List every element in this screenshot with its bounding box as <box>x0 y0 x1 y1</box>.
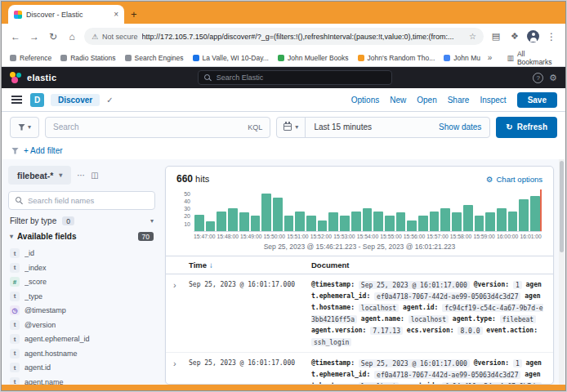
browser-tab[interactable]: Discover - Elastic × <box>8 5 124 24</box>
histogram-bar[interactable] <box>475 216 484 231</box>
field-item[interactable]: #_score <box>10 276 154 287</box>
side-panel-icon[interactable]: ▤ <box>489 31 502 42</box>
filter-by-type[interactable]: Filter by type 0 ▾ <box>8 216 155 225</box>
home-icon[interactable]: ⌂ <box>65 31 78 42</box>
index-pattern-selector[interactable]: filebeat-* ▾ <box>8 166 71 185</box>
field-item[interactable]: tagent.id <box>10 362 154 373</box>
reload-icon[interactable]: ↻ <box>47 31 60 42</box>
histogram-bar[interactable] <box>273 198 283 231</box>
histogram-bar[interactable] <box>239 212 249 231</box>
save-button[interactable]: Save <box>517 92 557 108</box>
histogram-bar[interactable] <box>373 212 383 231</box>
available-fields-header[interactable]: ▾ Available fields 70 <box>8 232 155 241</box>
field-item[interactable]: t@version <box>10 319 154 331</box>
tab-close-icon[interactable]: × <box>114 10 118 19</box>
bookmarks-overflow-icon[interactable]: » <box>488 53 493 62</box>
filter-dropdown-button[interactable]: ▾ <box>10 117 39 138</box>
topnav-link-inspect[interactable]: Inspect <box>480 96 506 105</box>
bookmark-item[interactable]: Radio Stations <box>60 54 115 62</box>
histogram-bar[interactable] <box>508 212 518 231</box>
time-column-header[interactable]: Time ↓ <box>189 261 311 270</box>
bookmark-item[interactable]: John Mueller Books <box>278 54 349 62</box>
field-search-input[interactable] <box>28 196 148 205</box>
bookmark-item[interactable]: La Valle, WI 10-Day... <box>193 54 269 62</box>
histogram-bar[interactable] <box>351 212 361 231</box>
url-text[interactable]: http://172.105.7.150/app/discover#/?_g=(… <box>142 33 465 41</box>
calendar-dropdown-button[interactable]: ▾ <box>277 118 306 137</box>
histogram-bar[interactable] <box>407 220 417 231</box>
field-item[interactable]: tagent.ephemeral_id <box>10 333 154 345</box>
new-tab-icon[interactable]: + <box>131 8 137 20</box>
hamburger-menu-icon[interactable] <box>11 99 22 100</box>
histogram-bar[interactable] <box>485 212 495 231</box>
query-language-label[interactable]: KQL <box>248 123 262 131</box>
field-item[interactable]: t_id <box>10 247 154 259</box>
bookmark-item[interactable]: Search Engines <box>125 54 184 62</box>
more-options-icon[interactable]: ⋯ <box>77 171 85 180</box>
bookmark-item[interactable]: Reference <box>10 54 51 62</box>
topnav-link-options[interactable]: Options <box>351 96 379 105</box>
forward-icon[interactable]: → <box>28 31 41 42</box>
scrollbar-thumb[interactable] <box>560 161 564 252</box>
field-item[interactable]: tagent.hostname <box>10 348 154 359</box>
query-input[interactable] <box>53 122 243 131</box>
topnav-link-share[interactable]: Share <box>448 96 470 105</box>
histogram-bar[interactable] <box>217 212 226 231</box>
histogram-bar[interactable] <box>261 194 271 231</box>
histogram-bar[interactable] <box>385 216 395 231</box>
histogram-bar[interactable] <box>418 216 428 231</box>
histogram-bar[interactable] <box>396 212 406 231</box>
field-item[interactable]: t_type <box>10 291 154 302</box>
expand-row-icon[interactable]: › <box>173 358 189 384</box>
elastic-logo[interactable] <box>10 72 21 83</box>
histogram-bar[interactable] <box>284 216 294 231</box>
histogram-bar[interactable] <box>251 216 261 231</box>
profile-avatar[interactable] <box>527 30 539 42</box>
histogram-bar[interactable] <box>228 208 238 231</box>
table-row[interactable]: ›Sep 25, 2023 @ 16:01:17.000@timestamp: … <box>166 353 553 384</box>
histogram-bar[interactable] <box>430 212 440 231</box>
bookmark-item[interactable]: John's Random Tho... <box>358 54 435 62</box>
table-row[interactable]: ›Sep 25, 2023 @ 16:01:17.000@timestamp: … <box>166 274 553 353</box>
field-item[interactable]: t_index <box>10 262 154 274</box>
field-item[interactable]: tagent.name <box>10 376 154 385</box>
page-scrollbar[interactable] <box>559 159 565 385</box>
extensions-icon[interactable]: ❖ <box>508 31 521 42</box>
breadcrumb[interactable]: Discover <box>51 94 100 106</box>
histogram-bar[interactable] <box>497 208 507 231</box>
histogram-bar[interactable] <box>452 212 462 231</box>
global-search-box[interactable] <box>198 70 392 85</box>
help-icon[interactable]: ? <box>533 73 543 83</box>
histogram-bar[interactable] <box>295 212 305 231</box>
collapse-sidebar-icon[interactable]: ◫ <box>91 171 98 180</box>
gear-icon[interactable]: ⚙ <box>549 73 557 83</box>
histogram-bar[interactable] <box>206 221 216 231</box>
menu-icon[interactable]: ⋮ <box>545 31 558 42</box>
security-label[interactable]: Not secure <box>102 33 138 41</box>
topnav-link-open[interactable]: Open <box>417 96 436 105</box>
histogram-bar[interactable] <box>440 208 450 231</box>
histogram-bar[interactable] <box>318 220 328 231</box>
field-search-box[interactable] <box>8 191 155 210</box>
histogram-bar[interactable] <box>328 212 338 231</box>
show-dates-button[interactable]: Show dates <box>431 122 489 131</box>
add-filter-button[interactable]: + Add filter <box>24 146 63 155</box>
histogram-bar[interactable] <box>530 196 540 231</box>
space-badge[interactable]: D <box>30 93 44 107</box>
chart-options-button[interactable]: ⚙ Chart options <box>486 175 542 184</box>
topnav-link-new[interactable]: New <box>390 96 406 105</box>
histogram-bar[interactable] <box>340 216 350 231</box>
bookmark-item[interactable]: John Mueller Books... <box>444 54 480 62</box>
field-item[interactable]: ◷@timestamp <box>10 305 154 316</box>
back-icon[interactable]: ← <box>9 31 22 42</box>
bookmark-star-icon[interactable]: ☆ <box>469 32 476 41</box>
histogram-bar[interactable] <box>194 215 204 231</box>
global-search-input[interactable] <box>217 74 386 82</box>
expand-row-icon[interactable]: › <box>173 279 189 348</box>
query-input-box[interactable]: KQL <box>45 117 270 138</box>
refresh-button[interactable]: ↻ Refresh <box>496 117 557 138</box>
histogram-bar[interactable] <box>463 205 473 231</box>
time-range-label[interactable]: Last 15 minutes <box>306 122 431 131</box>
all-bookmarks-button[interactable]: ▥ All Bookmarks <box>507 50 557 66</box>
histogram-bar[interactable] <box>306 216 316 231</box>
